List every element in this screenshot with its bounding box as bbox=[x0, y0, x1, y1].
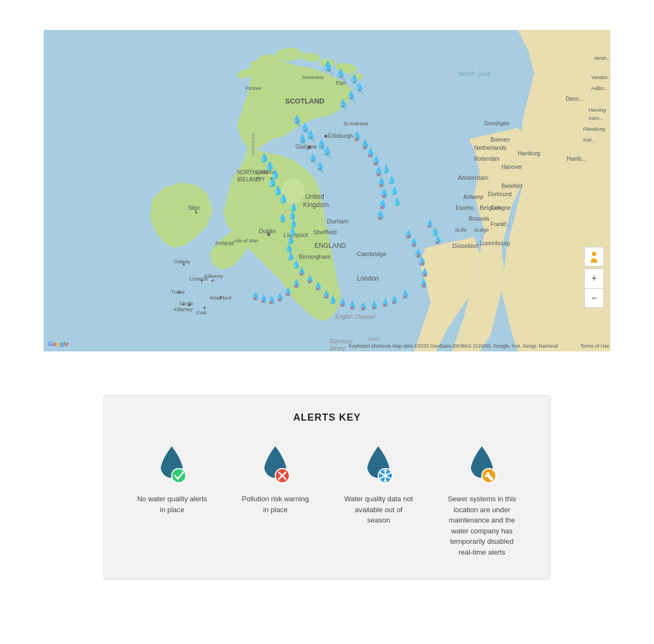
svg-text:✕: ✕ bbox=[307, 278, 312, 285]
svg-text:✕: ✕ bbox=[411, 241, 416, 249]
alerts-key-section: ALERTS KEY No water quality alerts in pl… bbox=[104, 395, 550, 580]
svg-text:ENGLAND: ENGLAND bbox=[314, 242, 346, 250]
svg-text:Galway: Galway bbox=[174, 259, 191, 264]
svg-text:🔧: 🔧 bbox=[357, 87, 364, 94]
alert-item-maintenance: Sewer systems in this location are under… bbox=[436, 442, 529, 557]
svg-text:✓: ✓ bbox=[289, 215, 294, 221]
svg-text:Waterford: Waterford bbox=[210, 295, 231, 301]
alert-item-pollution: Pollution risk warning in place bbox=[229, 442, 322, 557]
svg-text:✕: ✕ bbox=[377, 215, 383, 222]
svg-text:✕: ✕ bbox=[293, 283, 298, 289]
alert-icon-out-of-season bbox=[357, 442, 401, 486]
svg-text:Herning: Herning bbox=[589, 107, 606, 113]
svg-text:🔧: 🔧 bbox=[317, 166, 324, 173]
svg-text:St Andrews: St Andrews bbox=[343, 121, 368, 126]
svg-text:Aalbo...: Aalbo... bbox=[591, 86, 608, 91]
svg-text:Vendss...: Vendss... bbox=[591, 75, 610, 80]
svg-text:Hamb...: Hamb... bbox=[567, 156, 586, 162]
svg-text:✓: ✓ bbox=[290, 206, 295, 213]
svg-text:Dortmund: Dortmund bbox=[488, 191, 512, 197]
alert-icon-no-alerts bbox=[150, 442, 194, 486]
svg-text:Tralee: Tralee bbox=[171, 289, 185, 295]
alerts-grid: No water quality alerts in place Polluti… bbox=[126, 442, 528, 557]
svg-text:✕: ✕ bbox=[360, 306, 365, 312]
svg-text:Rotterdam: Rotterdam bbox=[474, 156, 500, 162]
svg-text:✕: ✕ bbox=[391, 299, 396, 306]
svg-point-47 bbox=[211, 280, 214, 282]
svg-text:🔧: 🔧 bbox=[308, 135, 316, 142]
svg-text:Map data ©2023 GeoBasis-DE/BKG: Map data ©2023 GeoBasis-DE/BKG (©2009), … bbox=[392, 343, 558, 349]
svg-text:✓: ✓ bbox=[281, 198, 286, 206]
svg-text:✓: ✓ bbox=[286, 247, 291, 254]
svg-text:Sligo: Sligo bbox=[188, 205, 201, 211]
svg-text:Düsseldorf: Düsseldorf bbox=[452, 243, 479, 249]
alerts-key-title: ALERTS KEY bbox=[126, 412, 528, 423]
svg-text:✕: ✕ bbox=[422, 271, 427, 279]
svg-text:✕: ✕ bbox=[435, 240, 439, 246]
svg-text:Inverness: Inverness bbox=[302, 75, 324, 80]
svg-text:✓: ✓ bbox=[391, 190, 396, 197]
svg-text:✕: ✕ bbox=[349, 305, 354, 311]
svg-text:Amsterdam: Amsterdam bbox=[458, 174, 488, 181]
svg-text:SCOTLAND: SCOTLAND bbox=[285, 97, 324, 105]
zoom-out-button[interactable]: − bbox=[584, 288, 604, 308]
svg-text:Birmingham: Birmingham bbox=[299, 253, 331, 260]
svg-text:✕: ✕ bbox=[340, 302, 344, 308]
alert-text-pollution: Pollution risk warning in place bbox=[240, 494, 311, 515]
svg-text:Hirtsh...: Hirtsh... bbox=[594, 56, 610, 61]
svg-text:North Sea: North Sea bbox=[458, 70, 490, 78]
svg-text:✕: ✕ bbox=[277, 296, 282, 303]
svg-text:✓: ✓ bbox=[289, 231, 294, 238]
svg-text:🔧: 🔧 bbox=[300, 138, 307, 146]
svg-text:Dublin: Dublin bbox=[259, 228, 276, 234]
svg-text:Kiel...: Kiel... bbox=[583, 137, 596, 143]
pegman-button[interactable] bbox=[584, 247, 604, 266]
svg-text:Aaro...: Aaro... bbox=[589, 116, 603, 121]
alert-icon-pollution bbox=[253, 442, 297, 486]
svg-text:Cork: Cork bbox=[196, 310, 207, 315]
svg-text:English Channel: English Channel bbox=[335, 314, 376, 320]
svg-text:United: United bbox=[305, 193, 324, 201]
svg-text:Caen: Caen bbox=[368, 336, 380, 342]
svg-point-31 bbox=[195, 211, 197, 214]
map-container[interactable]: North Sea SCOTLAND NORTHERN IRELAND Irel… bbox=[44, 30, 610, 351]
svg-text:Sheffield: Sheffield bbox=[313, 229, 337, 235]
svg-text:✕: ✕ bbox=[371, 305, 376, 311]
alert-item-no-alerts: No water quality alerts in place bbox=[126, 442, 219, 557]
svg-text:✕: ✕ bbox=[315, 285, 320, 292]
svg-text:✕: ✕ bbox=[419, 260, 425, 268]
svg-text:Denn...: Denn... bbox=[566, 96, 583, 102]
svg-text:✓: ✓ bbox=[288, 239, 293, 246]
svg-point-229 bbox=[592, 252, 596, 256]
svg-text:✕: ✕ bbox=[354, 136, 359, 143]
svg-text:Isle of Man: Isle of Man bbox=[234, 238, 258, 244]
svg-text:Brussels: Brussels bbox=[469, 216, 489, 222]
svg-text:✓: ✓ bbox=[394, 201, 399, 208]
svg-text:✓: ✓ bbox=[330, 299, 335, 306]
svg-text:Killarney: Killarney bbox=[174, 307, 193, 312]
svg-text:Netherlands: Netherlands bbox=[474, 144, 507, 151]
svg-text:✕: ✕ bbox=[285, 291, 290, 297]
svg-text:Esseno: Esseno bbox=[456, 205, 474, 211]
svg-text:✕: ✕ bbox=[402, 294, 407, 300]
svg-text:erry: erry bbox=[256, 175, 265, 181]
svg-text:✓: ✓ bbox=[288, 256, 293, 262]
svg-text:✕: ✕ bbox=[252, 295, 257, 302]
svg-text:Cambridge: Cambridge bbox=[357, 251, 386, 257]
svg-text:Kingdom: Kingdom bbox=[303, 201, 329, 209]
svg-text:Hanover: Hanover bbox=[501, 164, 522, 170]
svg-text:🔧: 🔧 bbox=[338, 74, 346, 81]
svg-text:✓: ✓ bbox=[290, 223, 295, 229]
alert-icon-maintenance bbox=[460, 442, 504, 486]
svg-text:oLiège: oLiège bbox=[474, 227, 489, 233]
zoom-in-button[interactable]: + bbox=[584, 269, 604, 288]
svg-text:Frankf...: Frankf... bbox=[491, 221, 511, 227]
svg-text:London: London bbox=[357, 275, 379, 282]
alert-item-out-of-season: Water quality data not available out of … bbox=[332, 442, 425, 557]
svg-text:✕: ✕ bbox=[323, 294, 328, 300]
svg-text:🔧: 🔧 bbox=[341, 104, 348, 111]
svg-text:✓: ✓ bbox=[389, 179, 393, 186]
alert-text-no-alerts: No water quality alerts in place bbox=[137, 494, 208, 515]
svg-point-49 bbox=[183, 303, 185, 306]
svg-text:Jersey: Jersey bbox=[329, 345, 346, 351]
